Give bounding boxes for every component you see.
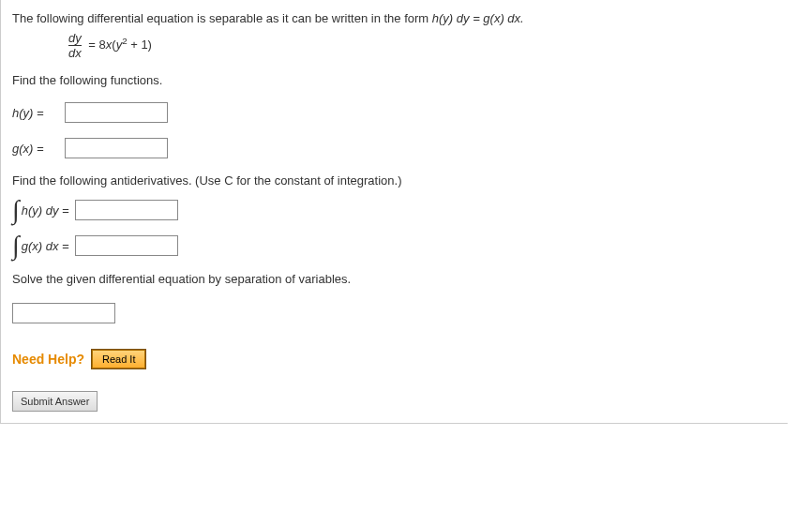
gx-input[interactable] — [65, 138, 168, 158]
gx-label: g(x) = — [12, 142, 65, 156]
integral-hy-row: ∫ h(y) dy = — [12, 197, 776, 223]
find-antiderivatives-heading: Find the following antiderivatives. (Use… — [12, 173, 776, 188]
integral-gx-input[interactable] — [75, 235, 178, 256]
read-it-button[interactable]: Read It — [92, 350, 145, 368]
find-functions-heading: Find the following functions. — [12, 73, 776, 87]
integral-icon: ∫ — [12, 197, 20, 223]
fraction-dy-dx: dy dx — [68, 31, 82, 60]
hy-input[interactable] — [65, 102, 168, 123]
question-container: The following differential equation is s… — [0, 0, 788, 424]
intro-text: The following differential equation is s… — [12, 11, 776, 25]
solve-row — [12, 295, 776, 323]
intro-prefix: The following differential equation is s… — [12, 11, 432, 25]
solve-input[interactable] — [12, 303, 115, 323]
given-equation: dy dx = 8x(y2 + 1) — [68, 31, 776, 60]
integral-icon: ∫ — [12, 233, 20, 259]
solve-heading: Solve the given differential equation by… — [12, 272, 776, 286]
intro-form: h(y) dy = g(x) dx. — [432, 11, 524, 25]
need-help-section: Need Help? Read It — [12, 350, 776, 368]
integral-hy-label: h(y) dy = — [22, 203, 69, 218]
need-help-label: Need Help? — [12, 352, 84, 367]
eq-rhs-post: + 1) — [128, 38, 152, 52]
hy-row: h(y) = — [12, 102, 776, 123]
submit-row: Submit Answer — [12, 391, 776, 412]
fraction-numerator: dy — [68, 31, 82, 45]
integral-gx-label: g(x) dx = — [22, 239, 69, 253]
integral-gx-row: ∫ g(x) dx = — [12, 233, 776, 259]
eq-rhs-pre: = 8 — [88, 38, 105, 52]
integral-hy-input[interactable] — [75, 200, 178, 220]
fraction-denominator: dx — [68, 45, 82, 60]
hy-label: h(y) = — [12, 106, 65, 120]
gx-row: g(x) = — [12, 138, 776, 158]
submit-answer-button[interactable]: Submit Answer — [12, 391, 98, 412]
